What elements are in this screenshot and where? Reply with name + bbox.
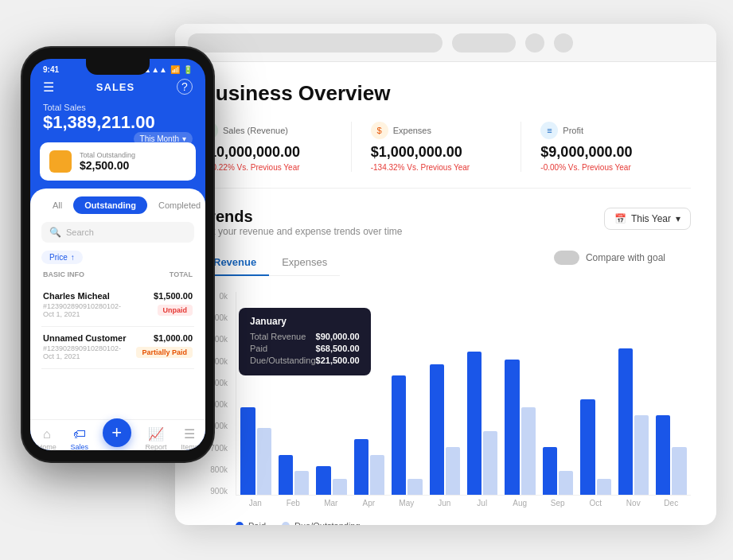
phone-header: ☰ SALES ? (30, 74, 205, 99)
legend-dot-1 (282, 522, 290, 525)
browser-button-1[interactable] (452, 33, 516, 52)
chevron-down-icon: ▾ (182, 134, 186, 143)
this-month-badge[interactable]: This Month ▾ (134, 132, 193, 146)
metric-change-2: -0.00% Vs. Previous Year (540, 163, 672, 172)
table-row[interactable]: Unnamed Customer $1,000.00 #123902890910… (41, 327, 194, 369)
phone-white-section: All Outstanding Completed 🔍 Search Price… (30, 189, 205, 419)
tab-expenses[interactable]: Expenses (269, 250, 340, 276)
table-header-info: BASIC INFO (43, 270, 84, 278)
trends-title: Trends (201, 208, 402, 226)
metric-label-0: Sales (Revenue) (223, 126, 288, 135)
metric-change-0: -100.22% Vs. Previous Year (201, 163, 332, 172)
legend-label-0: Paid (248, 521, 266, 525)
battery-icon: 🔋 (183, 65, 193, 74)
x-label-6: Jul (466, 499, 499, 515)
chart-legend: Paid Due/Outstanding (236, 521, 691, 525)
bar-outstanding-1 (294, 471, 309, 495)
home-icon: ⌂ (43, 427, 51, 441)
calendar-icon: 📅 (614, 213, 626, 224)
this-year-label: This Year (631, 213, 671, 224)
chart-tabs: Revenue Expenses (201, 250, 340, 276)
metric-header-2: ≡ Profit (540, 122, 672, 139)
metric-change-1: -134.32% Vs. Previous Year (371, 163, 502, 172)
filter-tabs: All Outstanding Completed (41, 196, 194, 214)
invoice-date-1: Oct 1, 2021 (43, 352, 121, 360)
bar-pair-2 (315, 466, 348, 495)
phone-sales-label: Total Sales (43, 103, 193, 112)
sort-chip[interactable]: Price ↑ (41, 251, 83, 264)
fab-button[interactable]: + (103, 418, 131, 447)
bar-paid-9 (580, 399, 595, 495)
nav-fab[interactable]: + (103, 431, 131, 447)
metric-item-2: ≡ Profit $9,000,000.00 -0.00% Vs. Previo… (521, 122, 691, 172)
filter-tab-outstanding[interactable]: Outstanding (73, 196, 147, 214)
filter-tab-completed[interactable]: Completed (147, 196, 205, 214)
phone-wrapper: 9:41 ▲▲▲ 📶 🔋 ☰ SALES ? Total Sales $1,38… (22, 48, 213, 461)
metric-value-1: $1,000,000.00 (371, 144, 502, 161)
nav-sales-label: Sales (71, 443, 89, 451)
invoice-row2-1: #123902890910280102- Oct 1, 2021 Partial… (43, 344, 193, 360)
bar-outstanding-8 (559, 471, 573, 495)
legend-label-1: Due/Outstanding (294, 521, 361, 525)
nav-report[interactable]: 📈 Report (145, 426, 166, 450)
search-placeholder: Search (66, 228, 94, 237)
sort-label: Price (49, 253, 68, 262)
x-label-10: Nov (617, 499, 650, 515)
this-year-button[interactable]: 📅 This Year ▾ (604, 208, 691, 230)
x-label-11: Dec (655, 499, 688, 515)
tooltip-row-paid: Paid $68,500.00 (250, 344, 360, 353)
table-row[interactable]: Charles Micheal $1,500.00 #1239028909102… (41, 285, 194, 327)
browser-circle-1[interactable] (525, 33, 544, 52)
bar-paid-8 (543, 447, 557, 495)
bar-outstanding-3 (370, 455, 384, 495)
browser-top-bar (175, 24, 716, 62)
compare-toggle[interactable]: Compare with goal (554, 251, 665, 265)
bar-paid-11 (656, 415, 670, 495)
report-icon: 📈 (148, 426, 164, 441)
x-label-7: Aug (504, 499, 537, 515)
menu-icon[interactable]: ☰ (43, 80, 54, 95)
invoice-meta-1: #123902890910280102- Oct 1, 2021 (43, 344, 121, 360)
search-icon: 🔍 (49, 227, 61, 238)
invoice-id-1: #123902890910280102- (43, 344, 121, 352)
bar-pair-8 (541, 447, 574, 495)
phone-search[interactable]: 🔍 Search (41, 222, 194, 243)
metric-value-2: $9,000,000.00 (540, 144, 672, 161)
toggle-switch[interactable] (554, 251, 579, 265)
x-label-0: Jan (239, 499, 272, 515)
url-bar[interactable] (188, 33, 443, 52)
bar-group-10 (617, 292, 649, 495)
bar-outstanding-7 (521, 407, 536, 495)
bar-outstanding-2 (333, 479, 347, 495)
phone-device: 9:41 ▲▲▲ 📶 🔋 ☰ SALES ? Total Sales $1,38… (22, 48, 213, 461)
dashboard-body: Business Overview 🛒 Sales (Revenue) $10,… (175, 62, 716, 525)
invoice-row2-0: #123902890910280102- Oct 1, 2021 Unpaid (43, 302, 193, 318)
chart-tabs-row: Revenue Expenses Compare with goal (201, 250, 691, 286)
invoice-amount-0: $1,500.00 (154, 291, 193, 301)
bar-outstanding-6 (483, 431, 497, 495)
phone-sales-amount: $1,389,211.00 (43, 112, 193, 133)
nav-items[interactable]: ☰ Items (181, 426, 198, 450)
nav-sales[interactable]: 🏷 Sales (71, 427, 89, 451)
bar-pair-9 (579, 399, 612, 495)
nav-home[interactable]: ⌂ Home (37, 427, 57, 451)
phone-bottom-nav: ⌂ Home 🏷 Sales + 📈 Report ☰ Items (30, 419, 205, 450)
metrics-row: 🛒 Sales (Revenue) $10,000,000.00 -100.22… (201, 122, 691, 189)
bar-paid-4 (392, 375, 406, 495)
metric-icon-2: ≡ (540, 122, 558, 139)
tooltip-value-paid: $68,500.00 (316, 344, 360, 353)
help-icon[interactable]: ? (177, 79, 193, 95)
metric-header-1: $ Expenses (371, 122, 502, 139)
metric-header-0: 🛒 Sales (Revenue) (201, 122, 332, 139)
metric-label-1: Expenses (393, 126, 431, 135)
trends-subtitle: ack your revenue and expense trends over… (201, 226, 402, 237)
invoice-id-0: #123902890910280102- (43, 302, 121, 310)
bar-pair-3 (353, 439, 385, 495)
bar-group-7 (504, 292, 536, 495)
legend-dot-0 (236, 522, 244, 525)
x-label-1: Feb (277, 499, 310, 515)
filter-tab-all[interactable]: All (41, 196, 73, 214)
browser-circle-2[interactable] (554, 33, 573, 52)
outstanding-info: Total Outstanding $2,500.00 (80, 151, 135, 172)
chart-x-labels: JanFebMarAprMayJunJulAugSepOctNovDec (236, 499, 691, 515)
